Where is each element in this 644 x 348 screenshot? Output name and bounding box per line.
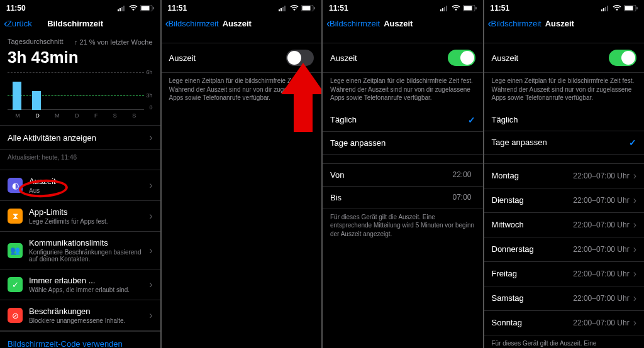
row-daily[interactable]: Täglich (484, 109, 645, 131)
row-downtime[interactable]: ◐ Auszeit Aus › (0, 170, 160, 201)
row-from[interactable]: Von 22:00 (323, 163, 483, 187)
chevron-right-icon: › (149, 310, 152, 321)
clock: 11:51 (329, 4, 348, 13)
screen-screentime-overview: 11:50 ‹Zurück Bildschirmzeit Tagesdurchs… (0, 0, 160, 348)
svg-rect-17 (444, 7, 445, 11)
row-communication-limits[interactable]: 👥 Kommunikationslimits Konfiguriere Besc… (0, 232, 160, 269)
svg-rect-5 (141, 6, 149, 11)
row-day-sat[interactable]: Samstag 22:00–07:00 Uhr › (484, 286, 645, 311)
cellular-icon (118, 5, 126, 11)
row-day-mon[interactable]: Montag 22:00–07:00 Uhr › (484, 163, 645, 188)
downtime-footer: Für dieses Gerät gilt die Auszeit. Eine … (323, 209, 483, 245)
nav-title: Auszeit (380, 19, 479, 28)
to-value: 07:00 (452, 193, 471, 202)
weekly-chart: 6h 3h 0 M D M D F S S (8, 72, 153, 119)
nav-title: Bildschirmzeit (32, 19, 119, 28)
link-use-passcode[interactable]: Bildschirmzeit-Code verwenden (0, 331, 160, 348)
downtime-footer: Für dieses Gerät gilt die Auszeit. Eine … (484, 335, 645, 349)
nav-bar: ‹Zurück Bildschirmzeit (0, 14, 160, 34)
svg-rect-16 (442, 8, 443, 11)
nav-title: Auszeit (541, 19, 640, 28)
row-day-wed[interactable]: Mittwoch 22:00–07:00 Uhr › (484, 213, 645, 237)
people-icon: 👥 (8, 243, 23, 258)
downtime-toggle[interactable] (609, 50, 636, 66)
row-day-thu[interactable]: Donnerstag 22:00–07:00 Uhr › (484, 237, 645, 262)
row-all-activities[interactable]: Alle Aktivitäten anzeigen › (0, 126, 160, 150)
chevron-right-icon: › (149, 180, 152, 191)
cellular-icon (279, 5, 287, 11)
chevron-right-icon: › (633, 317, 636, 329)
block-icon: ⊘ (8, 308, 23, 323)
chevron-right-icon: › (633, 293, 636, 304)
status-icons (601, 5, 638, 11)
svg-rect-20 (464, 6, 472, 11)
row-customize-days[interactable]: Tage anpassen ✓ (484, 131, 645, 155)
bar-tue (32, 91, 41, 110)
row-downtime-toggle: Auszeit (162, 43, 322, 73)
status-bar: 11:51 (323, 0, 483, 14)
row-day-tue[interactable]: Dienstag 22:00–07:00 Uhr › (484, 188, 645, 213)
back-button[interactable]: ‹Zurück (4, 18, 32, 29)
check-icon: ✓ (468, 115, 475, 125)
row-always-allow[interactable]: ✓ Immer erlauben ... Wähle Apps, die imm… (0, 269, 160, 300)
downtime-desc: Lege einen Zeitplan für die bildschirmfr… (484, 73, 645, 109)
nav-bar: ‹Bildschirmzeit Auszeit (162, 14, 322, 34)
screen-downtime-daily: 11:51 ‹Bildschirmzeit Auszeit Auszeit Le… (321, 0, 483, 348)
avg-value: 3h 43min (8, 48, 153, 67)
row-day-sun[interactable]: Sonntag 22:00–07:00 Uhr › (484, 311, 645, 335)
svg-rect-24 (605, 7, 606, 11)
svg-rect-12 (303, 6, 311, 11)
wifi-icon (290, 5, 299, 11)
row-daily[interactable]: Täglich ✓ (323, 109, 483, 132)
from-value: 22:00 (452, 170, 471, 179)
chevron-right-icon: › (149, 279, 152, 290)
row-day-fri[interactable]: Freitag 22:00–07:00 Uhr › (484, 262, 645, 286)
back-button[interactable]: ‹Bildschirmzeit (165, 18, 219, 29)
downtime-desc: Lege einen Zeitplan für die bildschirmfr… (323, 73, 483, 109)
row-to[interactable]: Bis 07:00 (323, 187, 483, 209)
svg-rect-9 (282, 7, 284, 11)
clock: 11:51 (491, 4, 510, 13)
svg-rect-8 (280, 8, 282, 11)
battery-icon (301, 5, 315, 11)
chevron-right-icon: › (633, 219, 636, 231)
nav-bar: ‹Bildschirmzeit Auszeit (484, 14, 645, 34)
row-customize-days[interactable]: Tage anpassen (323, 132, 483, 155)
svg-rect-21 (475, 7, 477, 9)
svg-rect-6 (153, 7, 154, 9)
svg-rect-15 (440, 9, 441, 11)
status-bar: 11:50 (0, 0, 160, 14)
chevron-right-icon: › (633, 170, 636, 182)
delta-label: ↑ 21 % von letzter Woche (74, 38, 153, 46)
row-app-limits[interactable]: ⧗ App-Limits Lege Zeitlimits für Apps fe… (0, 201, 160, 232)
back-button[interactable]: ‹Bildschirmzeit (488, 18, 541, 29)
chevron-right-icon: › (633, 195, 636, 206)
back-button[interactable]: ‹Bildschirmzeit (326, 18, 380, 29)
nav-bar: ‹Bildschirmzeit Auszeit (323, 14, 483, 34)
status-icons (118, 5, 154, 11)
status-bar: 11:51 (162, 0, 322, 14)
row-downtime-toggle: Auszeit (484, 43, 645, 73)
chevron-right-icon: › (633, 244, 636, 255)
row-restrictions[interactable]: ⊘ Beschränkungen Blockiere unangemessene… (0, 300, 160, 331)
updated-label: Aktualisiert: heute, 11:46 (0, 150, 160, 161)
cellular-icon (440, 5, 449, 11)
chevron-right-icon: › (633, 268, 636, 280)
chevron-right-icon: › (149, 210, 152, 222)
svg-rect-25 (607, 6, 608, 11)
chevron-right-icon: › (149, 245, 152, 256)
clock: 11:51 (168, 4, 187, 13)
chevron-right-icon: › (149, 132, 152, 143)
svg-rect-28 (636, 7, 638, 9)
cellular-icon (601, 5, 610, 11)
status-icons (279, 5, 315, 11)
svg-rect-22 (601, 9, 602, 11)
svg-rect-13 (314, 7, 315, 9)
nav-title: Auszeit (219, 19, 318, 28)
svg-rect-3 (123, 6, 125, 11)
svg-rect-7 (279, 9, 280, 11)
daily-average-card: Tagesdurchschnitt ↑ 21 % von letzter Woc… (0, 34, 160, 126)
downtime-toggle[interactable] (448, 50, 475, 66)
downtime-toggle[interactable] (286, 50, 314, 66)
check-icon: ✓ (629, 138, 636, 148)
